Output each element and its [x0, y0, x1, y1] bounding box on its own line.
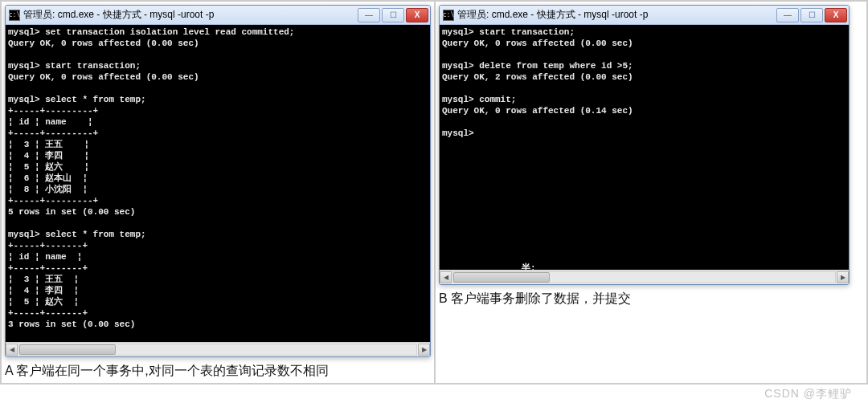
horizontal-scrollbar[interactable]: ◀ ▶: [6, 342, 430, 356]
terminal-output-b[interactable]: mysql> start transaction; Query OK, 0 ro…: [440, 25, 849, 270]
scroll-thumb[interactable]: [19, 344, 116, 355]
window-buttons: — ☐ X: [776, 8, 847, 22]
maximize-button[interactable]: ☐: [800, 8, 823, 22]
cmd-window-a: c:\ 管理员: cmd.exe - 快捷方式 - mysql -uroot -…: [5, 5, 431, 357]
minimize-button[interactable]: —: [358, 8, 380, 22]
horizontal-scrollbar[interactable]: ◀ ▶: [440, 270, 849, 284]
scroll-left-button[interactable]: ◀: [440, 271, 452, 283]
titlebar-a[interactable]: c:\ 管理员: cmd.exe - 快捷方式 - mysql -uroot -…: [6, 6, 430, 25]
scroll-thumb[interactable]: [453, 272, 550, 283]
scroll-track[interactable]: [18, 344, 417, 356]
window-buttons: — ☐ X: [358, 8, 428, 22]
ime-indicator: 半:: [522, 263, 536, 270]
cmd-window-b: c:\ 管理员: cmd.exe - 快捷方式 - mysql -uroot -…: [439, 5, 850, 285]
comparison-table: c:\ 管理员: cmd.exe - 快捷方式 - mysql -uroot -…: [0, 0, 868, 385]
minimize-button[interactable]: —: [776, 8, 799, 22]
terminal-text: mysql> start transaction; Query OK, 0 ro…: [442, 27, 633, 138]
scroll-right-button[interactable]: ▶: [418, 344, 430, 356]
terminal-text: mysql> set transaction isolation level r…: [8, 27, 294, 342]
scroll-right-button[interactable]: ▶: [837, 271, 849, 283]
title-text: 管理员: cmd.exe - 快捷方式 - mysql -uroot -p: [23, 8, 358, 22]
terminal-output-a[interactable]: mysql> set transaction isolation level r…: [6, 25, 430, 342]
panel-b: c:\ 管理员: cmd.exe - 快捷方式 - mysql -uroot -…: [435, 1, 867, 384]
cmd-icon: c:\: [443, 10, 454, 21]
scroll-left-button[interactable]: ◀: [6, 344, 18, 356]
title-text: 管理员: cmd.exe - 快捷方式 - mysql -uroot -p: [457, 8, 776, 22]
watermark: CSDN @李鲤驴: [764, 387, 852, 401]
close-button[interactable]: X: [825, 8, 847, 22]
panel-a: c:\ 管理员: cmd.exe - 快捷方式 - mysql -uroot -…: [1, 1, 435, 384]
close-button[interactable]: X: [406, 8, 428, 22]
caption-b: B 客户端事务删除了数据，并提交: [439, 290, 863, 307]
maximize-button[interactable]: ☐: [382, 8, 404, 22]
titlebar-b[interactable]: c:\ 管理员: cmd.exe - 快捷方式 - mysql -uroot -…: [440, 6, 849, 25]
scroll-track[interactable]: [452, 271, 836, 283]
cmd-icon: c:\: [9, 10, 20, 21]
caption-a: A 客户端在同一个事务中,对同一个表的查询记录数不相同: [5, 362, 431, 380]
